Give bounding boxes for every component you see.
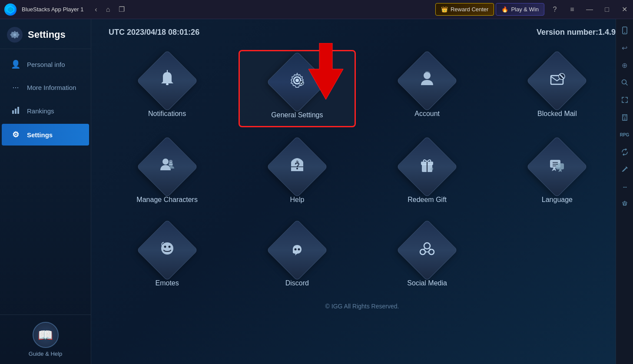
settings-header-icon — [7, 27, 23, 43]
manage-characters-label: Manage Characters — [136, 196, 198, 204]
right-icon-more[interactable]: ··· — [617, 179, 633, 195]
grid-item-discord[interactable]: Discord — [239, 219, 355, 294]
discord-icon-container — [273, 226, 321, 274]
grid-item-social-media[interactable]: Social Media — [369, 219, 486, 294]
svg-point-43 — [624, 32, 625, 33]
minimize-button[interactable]: — — [581, 0, 598, 19]
blocked-mail-label: Blocked Mail — [537, 110, 577, 118]
manage-characters-icon — [158, 156, 177, 179]
menu-button[interactable]: ≡ — [563, 0, 581, 19]
titlebar-left: BlueStacks App Player 1 ‹ ⌂ ❐ — [4, 3, 127, 16]
grid-item-language[interactable]: Language — [499, 136, 616, 211]
blocked-mail-icon — [547, 69, 567, 93]
footer-text: © IGG All Rights Reserved. — [325, 303, 399, 310]
more-info-icon: ··· — [10, 83, 21, 92]
svg-point-36 — [424, 243, 430, 249]
content-footer: © IGG All Rights Reserved. — [109, 303, 616, 310]
right-icon-undo[interactable]: ↩ — [617, 40, 633, 56]
version-number: Version number:1.4.9 — [537, 28, 616, 37]
play-win-label: Play & Win — [511, 6, 539, 13]
svg-rect-4 — [12, 110, 14, 114]
content-area: UTC 2023/04/18 08:01:26 Version number:1… — [91, 19, 633, 364]
close-button[interactable]: ✕ — [616, 0, 633, 19]
discord-icon — [288, 239, 307, 262]
svg-point-31 — [161, 242, 173, 255]
general-settings-icon-container — [273, 58, 321, 106]
right-icon-building[interactable] — [617, 109, 633, 125]
account-icon-container — [403, 57, 451, 105]
rankings-icon — [10, 106, 21, 116]
svg-point-12 — [299, 81, 304, 85]
grid-item-general-settings[interactable]: General Settings — [239, 50, 355, 127]
discord-label: Discord — [285, 279, 309, 287]
right-icon-edit[interactable] — [617, 162, 633, 177]
reward-icon: 👑 — [441, 6, 448, 13]
svg-point-32 — [164, 245, 166, 248]
personal-info-label: Personal info — [27, 61, 65, 68]
settings-icon: ⚙ — [10, 130, 21, 139]
right-icon-add[interactable]: ⊕ — [617, 57, 633, 73]
sidebar-item-personal-info[interactable]: 👤 Personal info — [2, 53, 89, 75]
sidebar-item-settings[interactable]: ⚙ Settings — [2, 124, 89, 146]
right-icon-rpg[interactable]: RPG — [617, 127, 633, 142]
svg-rect-48 — [623, 116, 624, 116]
right-icon-gear[interactable] — [617, 196, 633, 212]
svg-rect-47 — [624, 117, 626, 120]
grid-item-redeem-gift[interactable]: Redeem Gift — [369, 136, 486, 211]
maximize-button[interactable]: □ — [598, 0, 616, 19]
right-icon-phone[interactable] — [617, 23, 633, 38]
sidebar-item-rankings[interactable]: Rankings — [2, 100, 89, 122]
back-button[interactable]: ‹ — [92, 4, 99, 15]
redeem-gift-label: Redeem Gift — [408, 196, 447, 204]
grid-item-emotes[interactable]: Emotes — [109, 219, 225, 294]
svg-point-17 — [162, 159, 169, 165]
personal-info-icon: 👤 — [10, 60, 21, 69]
grid-item-notifications[interactable]: Notifications — [109, 50, 225, 127]
svg-rect-5 — [15, 109, 17, 114]
svg-point-35 — [298, 248, 300, 250]
grid-item-help[interactable]: ? Help — [239, 136, 355, 211]
settings-label: Settings — [27, 131, 53, 139]
titlebar-right: 👑 Reward Center 🔥 Play & Win ? ≡ — □ ✕ — [435, 0, 633, 19]
main-area: Settings 👤 Personal info ··· More Inform… — [0, 19, 633, 364]
right-icon-fullscreen[interactable] — [617, 92, 633, 108]
app-title: BlueStacks App Player 1 — [22, 6, 83, 13]
help-label: Help — [290, 196, 304, 204]
emotes-icon — [158, 239, 177, 262]
notifications-icon-container — [143, 57, 191, 105]
notifications-icon — [158, 69, 177, 93]
titlebar: BlueStacks App Player 1 ‹ ⌂ ❐ 👑 Reward C… — [0, 0, 633, 19]
help-icon: ? — [288, 156, 307, 179]
sidebar-item-more-information[interactable]: ··· More Information — [2, 77, 89, 98]
sidebar-header: Settings — [0, 19, 91, 49]
svg-point-13 — [424, 72, 431, 79]
play-win-icon: 🔥 — [501, 6, 508, 13]
guide-help-label: Guide & Help — [29, 351, 62, 357]
svg-point-37 — [420, 249, 425, 255]
bluestacks-logo — [4, 3, 17, 16]
windows-button[interactable]: ❐ — [116, 3, 127, 15]
help-button[interactable]: ? — [546, 0, 563, 19]
sidebar-nav: 👤 Personal info ··· More Information Ran… — [0, 49, 91, 314]
reward-label: Reward Center — [451, 6, 488, 13]
sidebar-bottom: 📖 Guide & Help — [0, 314, 91, 364]
home-button[interactable]: ⌂ — [103, 4, 113, 15]
play-win-button[interactable]: 🔥 Play & Win — [496, 3, 544, 16]
more-info-label: More Information — [27, 84, 76, 91]
svg-point-34 — [294, 248, 296, 250]
content-header: UTC 2023/04/18 08:01:26 Version number:1… — [109, 28, 616, 37]
notifications-label: Notifications — [148, 110, 186, 118]
reward-center-button[interactable]: 👑 Reward Center — [435, 3, 494, 16]
right-icon-rotate[interactable] — [617, 144, 633, 160]
emotes-icon-container — [143, 226, 191, 274]
account-label: Account — [414, 110, 440, 118]
guide-help-button[interactable]: 📖 Guide & Help — [7, 322, 84, 357]
right-icon-search[interactable] — [617, 75, 633, 90]
grid-item-blocked-mail[interactable]: Blocked Mail — [499, 50, 616, 127]
grid-item-account[interactable]: Account — [369, 50, 486, 127]
sidebar-title: Settings — [28, 29, 66, 40]
social-media-icon — [418, 239, 437, 262]
grid-item-manage-characters[interactable]: Manage Characters — [109, 136, 225, 211]
general-settings-icon — [288, 71, 307, 94]
svg-line-45 — [626, 83, 627, 85]
